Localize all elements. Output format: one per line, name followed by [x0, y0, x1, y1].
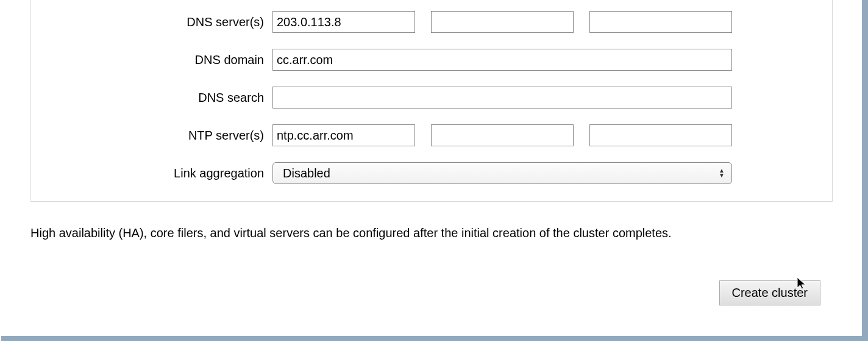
- configuration-info-text: High availability (HA), core filers, and…: [30, 226, 833, 240]
- ntp-server-3-input[interactable]: [589, 124, 732, 146]
- network-settings-panel: DNS server(s) DNS domain DNS search NTP …: [30, 0, 833, 202]
- dns-server-3-input[interactable]: [589, 11, 732, 33]
- dns-servers-label: DNS server(s): [53, 15, 272, 29]
- dns-domain-label: DNS domain: [53, 53, 272, 67]
- dns-search-input[interactable]: [272, 87, 732, 109]
- dns-search-label: DNS search: [53, 91, 272, 105]
- create-cluster-button[interactable]: Create cluster: [719, 280, 821, 305]
- link-aggregation-label: Link aggregation: [53, 166, 272, 180]
- link-aggregation-select[interactable]: Disabled: [272, 162, 732, 184]
- ntp-servers-label: NTP server(s): [53, 129, 272, 143]
- dns-domain-input[interactable]: [272, 49, 732, 71]
- ntp-server-1-input[interactable]: [272, 124, 415, 146]
- dns-server-1-input[interactable]: [272, 11, 415, 33]
- ntp-server-2-input[interactable]: [431, 124, 574, 146]
- dns-server-2-input[interactable]: [431, 11, 574, 33]
